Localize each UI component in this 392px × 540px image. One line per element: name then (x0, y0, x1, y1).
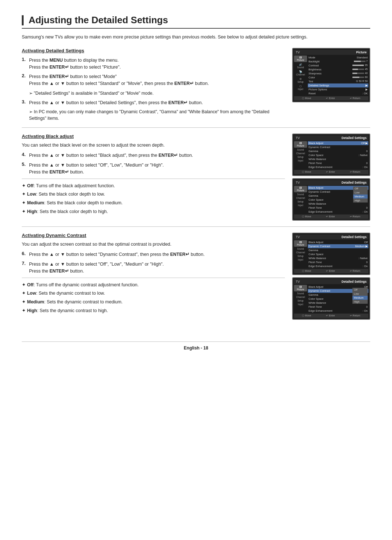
tv4-row-blackadjust: Black AdjustOff (308, 240, 368, 244)
tv1-row-detailed: Detailed Settings▶ (308, 83, 368, 87)
tv2-sidebar-sound: Sound (294, 148, 307, 151)
tv1-row-sharpness: Sharpness 40 (308, 71, 368, 75)
note2: ➢ In PC mode, you can only make changes … (29, 109, 285, 122)
tv3-sidebar-picture: 🖼 Picture (294, 186, 307, 192)
section2-intro: You can select the black level on the sc… (22, 142, 285, 149)
section3-content: Activating Dynamic Contrast You can adju… (22, 233, 285, 320)
tv4-sidebar-sound: Sound (294, 247, 307, 250)
step4-num: 4. (22, 152, 29, 159)
tv4-sidebar-setup: Setup (294, 254, 307, 258)
tv4-row-dyncontrast: Dynamic ContrastMedium ▶ (308, 244, 368, 248)
tv1-row-mode: ModeStandard (308, 56, 368, 60)
divider1 (22, 127, 370, 128)
tv2-header-right: Detailed Settings (342, 136, 367, 140)
tv3-sidebar-setup: Setup (294, 200, 307, 203)
step7-num: 7. (22, 261, 29, 275)
tv3-footer: ⬡ Move↵ Enter↩ Return (294, 214, 368, 219)
divider2 (22, 226, 370, 227)
tv3-header-left: TV (296, 181, 300, 184)
section-activating-detailed-settings: Activating Detailed Settings 1. Press th… (22, 48, 370, 122)
tv5-option-high: High (352, 300, 368, 304)
tv4-row-colorspace: Color Space (308, 252, 368, 256)
tv5-row-edge: Edge Enhancement: On (308, 309, 368, 313)
tv4-sidebar-picture: 🖼 Picture (294, 240, 307, 247)
section3-tv-screens: TV Detailed Settings 🖼 Picture Sound Cha… (292, 233, 370, 320)
note1: ➢ "Detailed Settings" is available in "S… (29, 90, 285, 97)
bullet-medium: ✦ Medium: Sets the black color depth to … (22, 199, 285, 208)
tv-screen-detailed-3: TV Detailed Settings 🖼 Picture Sound Cha… (292, 233, 370, 275)
page-title: Adjusting the Detailed Settings (29, 15, 168, 25)
bullets-dynamic-contrast: ✦ Off: Turns off the dynamic contrast ad… (22, 278, 285, 315)
step1-num: 1. (22, 57, 29, 71)
step3-num: 3. (22, 99, 29, 106)
tv2-sidebar-channel: Channel (294, 152, 307, 155)
tv3-sidebar-channel: Channel (294, 196, 307, 200)
tv4-sidebar-channel: Channel (294, 251, 307, 254)
tv1-sidebar-channel: 📡 Channel (294, 70, 307, 77)
tv5-header-right: Detailed Settings (342, 280, 367, 283)
step4-text: Press the ▲ or ▼ button to select "Black… (29, 152, 193, 159)
tv5-sidebar-input: Input (294, 303, 307, 306)
bullets-black-adjust: ✦ Off: Turns off the black adjustment fu… (22, 179, 285, 216)
tv2-row-fleshtone: Flesh Tone0 (308, 161, 368, 165)
tv3-dropdown: Off Low Medium High (353, 187, 368, 202)
tv3-row-fleshtone: Flesh Tone0 (308, 206, 368, 210)
tv4-row-fleshtone: Flesh Tone0 (308, 260, 368, 264)
tv4-sidebar-input: Input (294, 258, 307, 261)
tv5-option-low: Low (352, 292, 368, 296)
tv1-row-reset: Reset: OK (308, 91, 368, 95)
tv2-row-whitebalance: White Balance (308, 157, 368, 161)
step2-text: Press the ENTER↵ button to select "Mode"… (29, 73, 209, 87)
tv4-row-gamma: Gamma (308, 248, 368, 252)
tv2-row-edge: Edge Enhancement: On (308, 165, 368, 169)
tv1-row-tint: TintG 50 R 50 (308, 79, 368, 83)
dc-bullet-high: ✦ High: Sets the dynamic contrast to hig… (22, 307, 285, 315)
tv5-header-left: TV (296, 280, 300, 283)
tv1-row-contrast: Contrast 95 (308, 64, 368, 68)
step6: 6. Press the ▲ or ▼ button to select "Dy… (22, 251, 285, 258)
tv1-row-options: Picture Options▶ (308, 87, 368, 91)
step6-text: Press the ▲ or ▼ button to select "Dynam… (29, 251, 205, 258)
tv-screen-detailed-1: TV Detailed Settings 🖼 Picture Sound Cha… (292, 134, 370, 176)
tv-screen-detailed-2: TV Detailed Settings 🖼 Picture Sound Cha… (292, 178, 370, 221)
step6-num: 6. (22, 251, 29, 258)
section2-heading: Activating Black adjust (22, 134, 285, 139)
tv5-sidebar-picture: 🖼 Picture (294, 285, 307, 291)
tv2-row-blackadjust: Black AdjustOff ▶ (308, 141, 368, 145)
intro-text: Samsung's new TVs allow you to make even… (22, 34, 370, 41)
tv4-header-left: TV (296, 235, 300, 239)
section-activating-black-adjust: Activating Black adjust You can select t… (22, 134, 370, 221)
step3-text: Press the ▲ or ▼ button to select "Detai… (29, 99, 203, 106)
tv1-row-backlight: Backlight 7 (308, 60, 368, 64)
step5-text: Press the ▲ or ▼ button to select "Off",… (29, 162, 164, 176)
tv5-sidebar-setup: Setup (294, 299, 307, 302)
tv1-header-left: TV (296, 50, 300, 54)
tv4-row-edge: Edge Enhancement: On (308, 264, 368, 268)
step7: 7. Press the ▲ or ▼ button to select "Of… (22, 261, 285, 275)
tv2-sidebar-input: Input (294, 159, 307, 162)
tv2-row-gamma: Gamma0 (308, 149, 368, 153)
step1-text: Press the MENU button to display the men… (29, 57, 121, 71)
tv5-footer: ⬡ Move↵ Enter↩ Return (294, 314, 368, 318)
step3: 3. Press the ▲ or ▼ button to select "De… (22, 99, 285, 106)
page-title-section: Adjusting the Detailed Settings (22, 15, 370, 29)
title-bar-accent (22, 15, 24, 25)
tv-screen-picture-menu: TV Picture 🖼 Picture 🔊 Sound 📡 Channel (292, 48, 370, 122)
tv3-option-medium: Medium (353, 195, 368, 199)
tv1-row-brightness: Brightness 45 (308, 68, 368, 71)
tv3-header-right: Detailed Settings (342, 181, 367, 184)
section2-content: Activating Black adjust You can select t… (22, 134, 285, 221)
step4: 4. Press the ▲ or ▼ button to select "Bl… (22, 152, 285, 159)
tv3-row-edge: Edge Enhancement: On (308, 210, 368, 214)
tv2-sidebar-setup: Setup (294, 155, 307, 159)
section1-heading: Activating Detailed Settings (22, 48, 285, 53)
tv4-row-whitebalance: White Balance: Native (308, 256, 368, 260)
section-activating-dynamic-contrast: Activating Dynamic Contrast You can adju… (22, 233, 370, 320)
section1-content: Activating Detailed Settings 1. Press th… (22, 48, 285, 122)
tv4-header-right: Detailed Settings (342, 235, 367, 239)
bullet-low: ✦ Low: Sets the black color depth to low… (22, 190, 285, 199)
tv1-sidebar-sound: 🔊 Sound (294, 62, 307, 69)
tv3-sidebar-sound: Sound (294, 193, 307, 196)
tv-screen-detailed-4: TV Detailed Settings 🖼 Picture Sound Cha… (292, 277, 370, 320)
tv5-sidebar-sound: Sound (294, 292, 307, 295)
